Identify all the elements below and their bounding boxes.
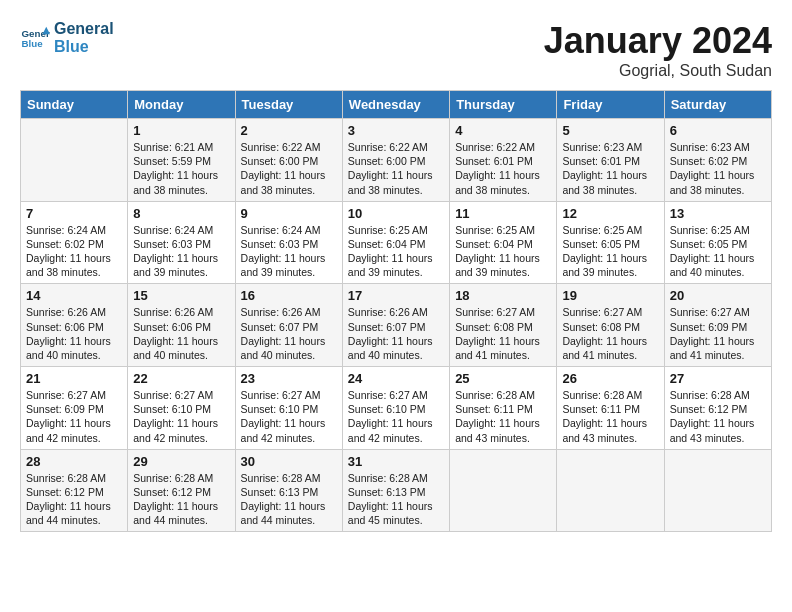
day-number: 14: [26, 288, 122, 303]
weekday-header-wednesday: Wednesday: [342, 91, 449, 119]
day-info: Sunrise: 6:22 AM Sunset: 6:00 PM Dayligh…: [241, 140, 337, 197]
day-number: 5: [562, 123, 658, 138]
weekday-header-thursday: Thursday: [450, 91, 557, 119]
day-number: 9: [241, 206, 337, 221]
calendar-cell: 14Sunrise: 6:26 AM Sunset: 6:06 PM Dayli…: [21, 284, 128, 367]
calendar-cell: 6Sunrise: 6:23 AM Sunset: 6:02 PM Daylig…: [664, 119, 771, 202]
day-number: 15: [133, 288, 229, 303]
calendar-cell: 13Sunrise: 6:25 AM Sunset: 6:05 PM Dayli…: [664, 201, 771, 284]
day-info: Sunrise: 6:25 AM Sunset: 6:05 PM Dayligh…: [562, 223, 658, 280]
day-number: 11: [455, 206, 551, 221]
calendar-week-row: 1Sunrise: 6:21 AM Sunset: 5:59 PM Daylig…: [21, 119, 772, 202]
day-info: Sunrise: 6:26 AM Sunset: 6:07 PM Dayligh…: [348, 305, 444, 362]
day-number: 27: [670, 371, 766, 386]
day-number: 19: [562, 288, 658, 303]
calendar-cell: 5Sunrise: 6:23 AM Sunset: 6:01 PM Daylig…: [557, 119, 664, 202]
weekday-header-friday: Friday: [557, 91, 664, 119]
calendar-cell: 20Sunrise: 6:27 AM Sunset: 6:09 PM Dayli…: [664, 284, 771, 367]
day-info: Sunrise: 6:23 AM Sunset: 6:01 PM Dayligh…: [562, 140, 658, 197]
title-block: January 2024 Gogrial, South Sudan: [544, 20, 772, 80]
day-info: Sunrise: 6:26 AM Sunset: 6:06 PM Dayligh…: [26, 305, 122, 362]
day-number: 26: [562, 371, 658, 386]
calendar-cell: [557, 449, 664, 532]
logo-icon: General Blue: [20, 23, 50, 53]
calendar-week-row: 21Sunrise: 6:27 AM Sunset: 6:09 PM Dayli…: [21, 367, 772, 450]
calendar-cell: 31Sunrise: 6:28 AM Sunset: 6:13 PM Dayli…: [342, 449, 449, 532]
month-title: January 2024: [544, 20, 772, 62]
day-number: 10: [348, 206, 444, 221]
weekday-header-sunday: Sunday: [21, 91, 128, 119]
calendar-cell: 2Sunrise: 6:22 AM Sunset: 6:00 PM Daylig…: [235, 119, 342, 202]
day-number: 7: [26, 206, 122, 221]
weekday-header-saturday: Saturday: [664, 91, 771, 119]
day-info: Sunrise: 6:22 AM Sunset: 6:01 PM Dayligh…: [455, 140, 551, 197]
day-number: 1: [133, 123, 229, 138]
calendar-week-row: 14Sunrise: 6:26 AM Sunset: 6:06 PM Dayli…: [21, 284, 772, 367]
calendar-cell: 23Sunrise: 6:27 AM Sunset: 6:10 PM Dayli…: [235, 367, 342, 450]
calendar-table: SundayMondayTuesdayWednesdayThursdayFrid…: [20, 90, 772, 532]
day-number: 23: [241, 371, 337, 386]
svg-text:Blue: Blue: [22, 38, 44, 49]
calendar-cell: 24Sunrise: 6:27 AM Sunset: 6:10 PM Dayli…: [342, 367, 449, 450]
day-info: Sunrise: 6:28 AM Sunset: 6:11 PM Dayligh…: [455, 388, 551, 445]
day-number: 30: [241, 454, 337, 469]
calendar-cell: 21Sunrise: 6:27 AM Sunset: 6:09 PM Dayli…: [21, 367, 128, 450]
day-number: 16: [241, 288, 337, 303]
logo-blue: Blue: [54, 38, 114, 56]
day-number: 29: [133, 454, 229, 469]
day-number: 20: [670, 288, 766, 303]
calendar-cell: 8Sunrise: 6:24 AM Sunset: 6:03 PM Daylig…: [128, 201, 235, 284]
day-info: Sunrise: 6:25 AM Sunset: 6:04 PM Dayligh…: [455, 223, 551, 280]
calendar-cell: 30Sunrise: 6:28 AM Sunset: 6:13 PM Dayli…: [235, 449, 342, 532]
day-info: Sunrise: 6:24 AM Sunset: 6:03 PM Dayligh…: [241, 223, 337, 280]
day-info: Sunrise: 6:28 AM Sunset: 6:12 PM Dayligh…: [133, 471, 229, 528]
weekday-header-row: SundayMondayTuesdayWednesdayThursdayFrid…: [21, 91, 772, 119]
day-info: Sunrise: 6:25 AM Sunset: 6:04 PM Dayligh…: [348, 223, 444, 280]
day-info: Sunrise: 6:22 AM Sunset: 6:00 PM Dayligh…: [348, 140, 444, 197]
day-number: 3: [348, 123, 444, 138]
logo: General Blue General Blue: [20, 20, 114, 56]
day-number: 28: [26, 454, 122, 469]
day-info: Sunrise: 6:28 AM Sunset: 6:12 PM Dayligh…: [26, 471, 122, 528]
weekday-header-tuesday: Tuesday: [235, 91, 342, 119]
day-info: Sunrise: 6:26 AM Sunset: 6:06 PM Dayligh…: [133, 305, 229, 362]
day-info: Sunrise: 6:27 AM Sunset: 6:10 PM Dayligh…: [241, 388, 337, 445]
day-number: 21: [26, 371, 122, 386]
calendar-cell: 1Sunrise: 6:21 AM Sunset: 5:59 PM Daylig…: [128, 119, 235, 202]
day-info: Sunrise: 6:23 AM Sunset: 6:02 PM Dayligh…: [670, 140, 766, 197]
day-info: Sunrise: 6:25 AM Sunset: 6:05 PM Dayligh…: [670, 223, 766, 280]
calendar-cell: 17Sunrise: 6:26 AM Sunset: 6:07 PM Dayli…: [342, 284, 449, 367]
day-info: Sunrise: 6:26 AM Sunset: 6:07 PM Dayligh…: [241, 305, 337, 362]
day-info: Sunrise: 6:28 AM Sunset: 6:13 PM Dayligh…: [348, 471, 444, 528]
calendar-cell: 9Sunrise: 6:24 AM Sunset: 6:03 PM Daylig…: [235, 201, 342, 284]
logo-general: General: [54, 20, 114, 38]
day-number: 4: [455, 123, 551, 138]
calendar-cell: 11Sunrise: 6:25 AM Sunset: 6:04 PM Dayli…: [450, 201, 557, 284]
calendar-cell: [21, 119, 128, 202]
calendar-cell: 26Sunrise: 6:28 AM Sunset: 6:11 PM Dayli…: [557, 367, 664, 450]
day-info: Sunrise: 6:28 AM Sunset: 6:13 PM Dayligh…: [241, 471, 337, 528]
day-number: 31: [348, 454, 444, 469]
day-number: 8: [133, 206, 229, 221]
calendar-week-row: 7Sunrise: 6:24 AM Sunset: 6:02 PM Daylig…: [21, 201, 772, 284]
calendar-cell: 12Sunrise: 6:25 AM Sunset: 6:05 PM Dayli…: [557, 201, 664, 284]
day-number: 12: [562, 206, 658, 221]
calendar-cell: 19Sunrise: 6:27 AM Sunset: 6:08 PM Dayli…: [557, 284, 664, 367]
day-number: 25: [455, 371, 551, 386]
calendar-cell: [664, 449, 771, 532]
calendar-cell: 15Sunrise: 6:26 AM Sunset: 6:06 PM Dayli…: [128, 284, 235, 367]
day-info: Sunrise: 6:27 AM Sunset: 6:08 PM Dayligh…: [455, 305, 551, 362]
calendar-week-row: 28Sunrise: 6:28 AM Sunset: 6:12 PM Dayli…: [21, 449, 772, 532]
calendar-cell: 27Sunrise: 6:28 AM Sunset: 6:12 PM Dayli…: [664, 367, 771, 450]
day-info: Sunrise: 6:27 AM Sunset: 6:09 PM Dayligh…: [26, 388, 122, 445]
calendar-cell: 29Sunrise: 6:28 AM Sunset: 6:12 PM Dayli…: [128, 449, 235, 532]
calendar-cell: 16Sunrise: 6:26 AM Sunset: 6:07 PM Dayli…: [235, 284, 342, 367]
day-info: Sunrise: 6:27 AM Sunset: 6:10 PM Dayligh…: [133, 388, 229, 445]
day-info: Sunrise: 6:24 AM Sunset: 6:02 PM Dayligh…: [26, 223, 122, 280]
day-number: 2: [241, 123, 337, 138]
day-info: Sunrise: 6:27 AM Sunset: 6:08 PM Dayligh…: [562, 305, 658, 362]
day-info: Sunrise: 6:24 AM Sunset: 6:03 PM Dayligh…: [133, 223, 229, 280]
day-info: Sunrise: 6:28 AM Sunset: 6:12 PM Dayligh…: [670, 388, 766, 445]
calendar-cell: 7Sunrise: 6:24 AM Sunset: 6:02 PM Daylig…: [21, 201, 128, 284]
weekday-header-monday: Monday: [128, 91, 235, 119]
